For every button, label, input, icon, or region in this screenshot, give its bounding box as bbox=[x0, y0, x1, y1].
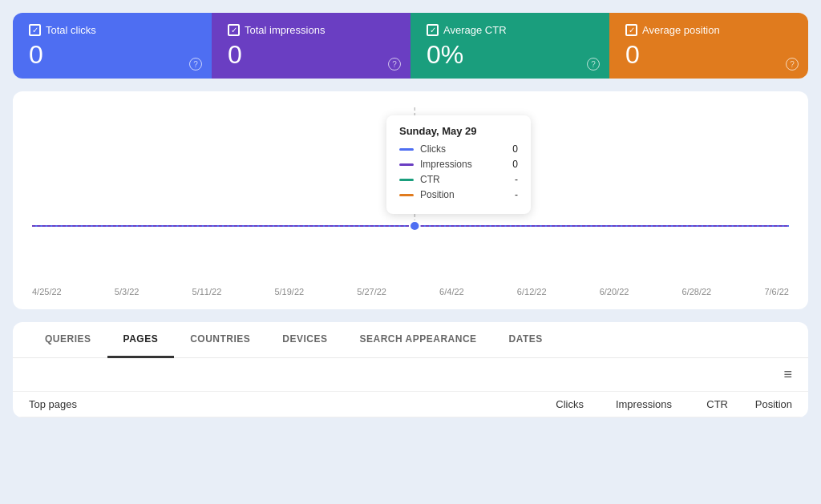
help-position-icon[interactable]: ? bbox=[786, 58, 799, 71]
checkbox-position-icon[interactable]: ✓ bbox=[625, 24, 637, 36]
chart-tooltip: Sunday, May 29 Clicks 0 Impressions 0 CT… bbox=[386, 115, 531, 214]
col-header-position: Position bbox=[728, 398, 792, 410]
table-header: Top pages Clicks Impressions CTR Positio… bbox=[13, 392, 808, 417]
total-clicks-value: 0 bbox=[29, 41, 196, 69]
x-axis-label: 6/28/22 bbox=[682, 287, 712, 296]
tab-pages[interactable]: PAGES bbox=[107, 322, 175, 358]
filter-icon[interactable]: ≡ bbox=[783, 366, 792, 383]
tooltip-row: Impressions 0 bbox=[399, 159, 518, 170]
tooltip-row: Clicks 0 bbox=[399, 143, 518, 155]
total-impressions-value: 0 bbox=[228, 41, 394, 69]
x-axis-label: 5/3/22 bbox=[115, 287, 140, 296]
tooltip-row: CTR - bbox=[399, 174, 518, 185]
checkbox-clicks-icon[interactable]: ✓ bbox=[29, 24, 41, 36]
total-clicks-card: ✓ Total clicks 0 ? bbox=[13, 13, 212, 79]
tab-queries[interactable]: QUERIES bbox=[29, 322, 107, 358]
x-axis-label: 6/20/22 bbox=[600, 287, 629, 296]
checkbox-impressions-icon[interactable]: ✓ bbox=[228, 24, 240, 36]
avg-ctr-value: 0% bbox=[427, 41, 593, 69]
col-header-ctr: CTR bbox=[672, 398, 728, 410]
x-axis-label: 7/6/22 bbox=[764, 287, 789, 296]
total-impressions-label: ✓ Total impressions bbox=[228, 24, 394, 36]
help-ctr-icon[interactable]: ? bbox=[587, 58, 600, 71]
col-header-impressions: Impressions bbox=[584, 398, 672, 410]
chart-section: Sunday, May 29 Clicks 0 Impressions 0 CT… bbox=[13, 91, 808, 309]
col-header-main: Top pages bbox=[29, 398, 512, 410]
x-axis: 4/25/225/3/225/11/225/19/225/27/226/4/22… bbox=[32, 284, 789, 296]
svg-point-2 bbox=[410, 221, 420, 231]
metrics-row: ✓ Total clicks 0 ? ✓ Total impressions 0… bbox=[13, 13, 808, 79]
col-header-clicks: Clicks bbox=[512, 398, 584, 410]
tab-dates[interactable]: DATES bbox=[493, 322, 559, 358]
avg-position-value: 0 bbox=[625, 41, 792, 69]
avg-ctr-label: ✓ Average CTR bbox=[427, 24, 593, 36]
tooltip-row: Position - bbox=[399, 189, 518, 200]
x-axis-label: 5/11/22 bbox=[192, 287, 222, 296]
x-axis-label: 6/4/22 bbox=[439, 287, 464, 296]
x-axis-label: 5/19/22 bbox=[274, 287, 304, 296]
table-toolbar: ≡ bbox=[13, 358, 808, 392]
bottom-section: QUERIESPAGESCOUNTRIESDEVICESSEARCH APPEA… bbox=[13, 322, 808, 417]
tab-countries[interactable]: COUNTRIES bbox=[174, 322, 266, 358]
avg-ctr-card: ✓ Average CTR 0% ? bbox=[410, 13, 609, 79]
tooltip-date: Sunday, May 29 bbox=[399, 125, 518, 137]
checkbox-ctr-icon[interactable]: ✓ bbox=[427, 24, 439, 36]
tab-devices[interactable]: DEVICES bbox=[266, 322, 343, 358]
x-axis-label: 4/25/22 bbox=[32, 287, 62, 296]
x-axis-label: 6/12/22 bbox=[517, 287, 547, 296]
chart-container: Sunday, May 29 Clicks 0 Impressions 0 CT… bbox=[32, 107, 789, 284]
avg-position-label: ✓ Average position bbox=[625, 24, 792, 36]
total-impressions-card: ✓ Total impressions 0 ? bbox=[212, 13, 410, 79]
avg-position-card: ✓ Average position 0 ? bbox=[609, 13, 808, 79]
tabs-row: QUERIESPAGESCOUNTRIESDEVICESSEARCH APPEA… bbox=[13, 322, 808, 358]
tab-search-appearance[interactable]: SEARCH APPEARANCE bbox=[344, 322, 493, 358]
x-axis-label: 5/27/22 bbox=[357, 287, 386, 296]
help-clicks-icon[interactable]: ? bbox=[189, 58, 202, 71]
help-impressions-icon[interactable]: ? bbox=[388, 58, 401, 71]
total-clicks-label: ✓ Total clicks bbox=[29, 24, 196, 36]
